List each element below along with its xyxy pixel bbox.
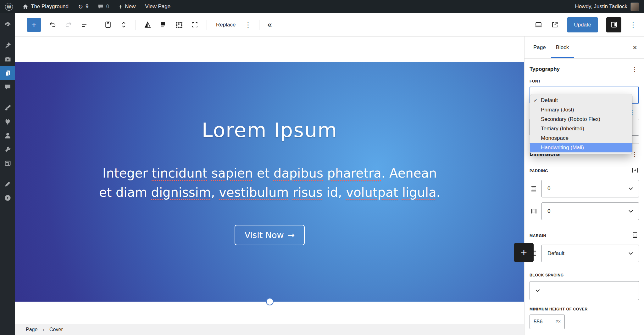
visit-now-button[interactable]: Visit Now → — [235, 225, 305, 245]
padding-visualizer-button[interactable] — [175, 21, 183, 29]
new-content-menu[interactable]: + New — [119, 3, 136, 10]
cover-resize-handle[interactable] — [266, 298, 274, 305]
sidebar-item-dashboard[interactable] — [0, 18, 15, 31]
text-segment: Integer — [103, 166, 152, 180]
misspelled-word: dignissim — [151, 185, 211, 200]
sidebar-panel-icon — [610, 21, 618, 29]
sidebar-item-plugins[interactable] — [0, 115, 15, 128]
plus-icon: + — [521, 247, 527, 259]
plugin-icon — [4, 118, 11, 125]
comment-icon — [98, 4, 103, 9]
editor-options-button[interactable]: ⋮ — [630, 21, 636, 28]
duotone-filter-button[interactable] — [144, 21, 152, 29]
external-link-icon — [551, 21, 559, 29]
updates-icon: ↻ — [78, 4, 83, 10]
min-height-unit: PX — [556, 320, 561, 324]
horizontal-padding-icon — [530, 207, 538, 215]
pencil-icon — [4, 181, 11, 187]
padding-label: PADDING — [530, 169, 548, 173]
margin-select[interactable]: Default — [541, 245, 639, 262]
wordpress-logo[interactable]: W — [5, 3, 13, 11]
my-account-menu[interactable]: Howdy, Justin Tadlock — [575, 3, 627, 10]
sidebar-item-posts[interactable] — [0, 38, 15, 52]
block-options-button[interactable]: ⋮ — [245, 21, 251, 28]
redo-button[interactable] — [64, 21, 72, 29]
duotone-icon — [144, 21, 152, 29]
sidebar-item-edit[interactable] — [0, 177, 15, 191]
site-name-label: The Playground — [31, 3, 69, 10]
font-option-monospace[interactable]: Monospace — [530, 133, 632, 143]
margin-sides-icon[interactable] — [631, 231, 639, 240]
close-sidebar-button[interactable]: × — [630, 37, 640, 58]
cover-paragraph[interactable]: Integer tincidunt sapien et dapibus phar… — [95, 164, 444, 202]
sidebar-item-users[interactable] — [0, 128, 15, 142]
cover-block-icon — [104, 21, 112, 29]
comments-count: 0 — [106, 3, 109, 10]
font-option-handwriting[interactable]: Handwriting (Mali) — [530, 143, 632, 152]
collapse-toolbar-button[interactable]: « — [267, 21, 272, 29]
full-height-button[interactable] — [191, 21, 199, 29]
update-button[interactable]: Update — [567, 17, 598, 32]
cover-heading[interactable]: Lorem Ipsum — [202, 119, 338, 142]
toolbar-divider — [96, 20, 96, 30]
tab-page[interactable]: Page — [528, 37, 551, 58]
sidebar-item-media[interactable] — [0, 52, 15, 66]
font-option-default[interactable]: ✓ Default — [530, 96, 632, 105]
padding-vertical-select[interactable]: 0 — [541, 180, 639, 197]
text-segment: et — [253, 166, 274, 180]
min-height-input[interactable]: 556 PX — [530, 315, 565, 329]
toolbar-divider — [207, 20, 207, 30]
tab-block[interactable]: Block — [551, 37, 574, 58]
redo-icon — [64, 21, 72, 29]
home-icon — [22, 4, 28, 10]
chevron-down-icon — [536, 288, 540, 293]
document-overview-button[interactable] — [80, 21, 88, 29]
arrow-right-icon: → — [288, 230, 295, 240]
cover-block[interactable]: Lorem Ipsum Integer tincidunt sapien et … — [15, 62, 524, 302]
unlink-sides-icon[interactable] — [631, 167, 639, 175]
view-page-link[interactable]: View Page — [145, 3, 170, 10]
site-name-menu[interactable]: The Playground — [22, 3, 69, 10]
typography-panel-title: Typography — [530, 66, 560, 72]
editor-toolbar: + — [15, 13, 644, 37]
block-mover-button[interactable] — [120, 21, 128, 29]
cover-block-parent-button[interactable] — [104, 21, 112, 29]
vertical-padding-icon — [530, 185, 538, 192]
misspelled-word: tincidunt — [152, 166, 207, 180]
sidebar-item-tools[interactable] — [0, 142, 15, 156]
updates-menu[interactable]: ↻ 9 — [78, 3, 88, 10]
breadcrumb-cover[interactable]: Cover — [49, 327, 63, 332]
text-segment: id, — [323, 185, 346, 200]
dimensions-panel: Dimensions ⋮ PADDING — [530, 143, 639, 329]
chevron-down-icon — [629, 208, 633, 214]
full-height-icon — [191, 21, 199, 29]
settings-sidebar-toggle[interactable] — [606, 17, 621, 32]
misspelled-word: ligula — [402, 185, 436, 200]
font-option-primary[interactable]: Primary (Jost) — [530, 105, 632, 115]
font-dropdown-menu: ✓ Default Primary (Jost) Secondary (Robo… — [530, 94, 632, 154]
sidebar-item-playground[interactable] — [0, 191, 15, 205]
block-spacing-select[interactable] — [530, 281, 639, 300]
margin-value: Default — [547, 250, 564, 257]
pages-icon — [4, 70, 11, 77]
breadcrumb-page[interactable]: Page — [26, 327, 37, 332]
view-site-button[interactable] — [551, 21, 559, 29]
font-option-secondary[interactable]: Secondary (Roboto Flex) — [530, 115, 632, 124]
preview-button[interactable] — [535, 21, 542, 29]
undo-button[interactable] — [49, 21, 57, 29]
block-inserter-toggle[interactable]: + — [27, 18, 41, 32]
typography-options-button[interactable]: ⋮ — [630, 65, 639, 73]
comments-menu[interactable]: 0 — [98, 3, 109, 10]
content-position-button[interactable] — [159, 21, 167, 29]
sidebar-item-settings[interactable] — [0, 156, 15, 170]
replace-button[interactable]: Replace — [215, 22, 237, 28]
sidebar-item-appearance[interactable] — [0, 101, 15, 115]
sidebar-item-comments[interactable] — [0, 80, 15, 94]
user-avatar[interactable] — [630, 3, 639, 11]
block-inserter-button[interactable]: + — [514, 243, 534, 262]
font-option-tertiary[interactable]: Tertiary (Inherited) — [530, 124, 632, 133]
user-icon — [4, 132, 11, 139]
sidebar-item-pages[interactable] — [0, 66, 15, 80]
settings-sidebar: Page Block × Typography ⋮ FONT ⋮ — [524, 37, 644, 335]
padding-horizontal-select[interactable]: 0 — [541, 202, 639, 220]
